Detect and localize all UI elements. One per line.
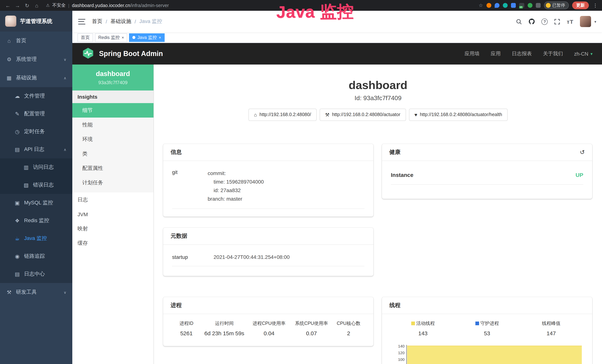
locale-label: zh-CN (574, 51, 588, 57)
process-card: 进程 进程ID 5261 运行时间 (163, 297, 373, 346)
sidebar-item-label: MySQL 监控 (24, 200, 53, 206)
cards-right-column: 健康 ↺ Instance UP (382, 144, 592, 364)
sba-nav-applications[interactable]: 应用 (491, 50, 501, 57)
metadata-card-title: 元数据 (163, 227, 373, 245)
sidebar-item-home[interactable]: ⌂ 首页 (0, 32, 72, 50)
extensions-puzzle-icon[interactable] (536, 3, 540, 8)
extension-on-badge-icon[interactable]: on (519, 3, 524, 8)
chevron-down-icon: ∨ (64, 57, 66, 61)
sidebar-item-log-center[interactable]: ▤ 日志中心 (0, 265, 72, 283)
sba-brand[interactable]: Spring Boot Admin (99, 50, 163, 58)
back-icon[interactable]: ← (4, 2, 12, 8)
forward-icon[interactable]: → (13, 2, 22, 8)
sba-nav-about[interactable]: 关于我们 (543, 50, 563, 57)
active-threads-swatch (411, 321, 415, 325)
user-avatar[interactable] (580, 16, 591, 27)
threads-active-col: 活动线程 143 (391, 320, 455, 336)
browser-menu-icon[interactable]: ⋮ (592, 3, 599, 8)
annotation-java-monitor: Java 监控 (276, 0, 354, 23)
extension-grid-icon[interactable] (511, 3, 516, 8)
reload-icon[interactable]: ↻ (23, 2, 31, 8)
sidebar-item-infrastructure[interactable]: ▦ 基础设施 ∧ (0, 69, 72, 87)
java-icon: ☕ (14, 236, 20, 241)
threads-peak-col: 线程峰值 147 (519, 320, 583, 336)
process-col-uptime: 运行时间 6d 23h 15m 59s (201, 320, 248, 336)
sba-logo-icon (82, 47, 94, 61)
sidebar-item-label: 基础设施 (16, 75, 37, 81)
locale-selector[interactable]: zh-CN ▾ (574, 51, 592, 57)
sba-nav-journal[interactable]: 日志报表 (512, 50, 532, 57)
sba-menu-caches[interactable]: 缓存 (72, 236, 153, 250)
tab-java-monitor[interactable]: Java 监控 × (129, 33, 164, 42)
sidebar-item-access-logs[interactable]: ▥ 访问日志 (0, 158, 72, 176)
tab-redis-monitor[interactable]: Redis 监控 × (95, 33, 127, 42)
extension-drop-icon[interactable] (494, 3, 499, 8)
health-url-button[interactable]: ♥ http://192.168.0.2:48080/actuator/heal… (409, 108, 508, 121)
instance-header[interactable]: dashboard 93a3fc7f7409 (72, 64, 153, 90)
sidebar-item-api-logs[interactable]: ▤ API 日志 ∧ (0, 140, 72, 158)
sba-nav-wall[interactable]: 应用墙 (464, 50, 479, 57)
sba-menu-mappings[interactable]: 映射 (72, 221, 153, 236)
actuator-url-button[interactable]: ⚒ http://192.168.0.2:48080/actuator (320, 108, 406, 121)
sidebar-item-dev-tools[interactable]: ⚒ 研发工具 ∨ (0, 283, 72, 301)
sba-menu-environment[interactable]: 环境 (72, 132, 153, 147)
app-logo (5, 16, 16, 27)
not-secure-label[interactable]: 不安全 (52, 2, 66, 9)
process-col-system-cpu: 系统CPU使用率 0.07 (290, 320, 333, 336)
document-icon: ▧ (23, 182, 29, 188)
process-col-value: 0.04 (250, 330, 288, 336)
extension-green-icon[interactable] (527, 3, 532, 8)
sba-menu-scheduled-tasks[interactable]: 计划任务 (72, 175, 153, 190)
sba-menu-classes[interactable]: 类 (72, 147, 153, 161)
profile-paused-chip[interactable]: 已暂停 (544, 1, 569, 9)
sidebar-item-error-logs[interactable]: ▧ 错误日志 (0, 176, 72, 194)
help-icon[interactable]: ? (542, 18, 548, 25)
sidebar-item-system-management[interactable]: ⚙ 系统管理 ∨ (0, 50, 72, 69)
bookmark-star-icon[interactable]: ☆ (479, 3, 483, 8)
sidebar-item-scheduled-tasks[interactable]: ◷ 定时任务 (0, 123, 72, 140)
sidebar-item-mysql-monitor[interactable]: ▣ MySQL 监控 (0, 194, 72, 212)
service-url-button[interactable]: ⌂ http://192.168.0.2:48080/ (248, 108, 317, 121)
sba-menu-details[interactable]: 细节 (72, 103, 153, 118)
sidebar-item-label: 研发工具 (16, 289, 37, 296)
sidebar-item-config-management[interactable]: ✎ 配置管理 (0, 105, 72, 123)
on-badge-label: on (519, 6, 523, 9)
tab-home[interactable]: 首页 (77, 33, 93, 42)
breadcrumb-home[interactable]: 首页 (92, 18, 102, 25)
sidebar-item-java-monitor[interactable]: ☕ Java 监控 (0, 230, 72, 247)
tab-close-icon[interactable]: × (122, 35, 124, 40)
process-table: 进程ID 5261 运行时间 6d 23h 15m 59s (172, 318, 365, 338)
avatar-caret-icon[interactable]: ▾ (594, 20, 596, 23)
address-bar[interactable]: ⚠ 不安全 | dashboard.yudao.iocoder.cn/infra… (46, 2, 477, 9)
url-text[interactable]: dashboard.yudao.iocoder.cn/infra/admin-s… (72, 3, 169, 8)
sba-menu-config-props[interactable]: 配置属性 (72, 161, 153, 175)
process-col-label: 运行时间 (203, 320, 246, 327)
sidebar-item-link-tracing[interactable]: ◉ 链路追踪 (0, 247, 72, 265)
sba-menu-jvm[interactable]: JVM (72, 207, 153, 221)
sba-menu-logs[interactable]: 日志 (72, 193, 153, 207)
chevron-up-icon: ∧ (64, 147, 66, 151)
sba-content: dashboard Id: 93a3fc7f7409 ⌂ http://192.… (154, 64, 602, 364)
health-history-icon[interactable]: ↺ (580, 149, 585, 156)
sba-menu-performance[interactable]: 性能 (72, 118, 153, 132)
search-icon[interactable] (516, 18, 522, 25)
metadata-row-value: 2021-04-27T00:44:31.254+08:00 (214, 254, 290, 260)
extension-orange-icon[interactable] (486, 3, 491, 8)
browser-home-icon[interactable]: ⌂ (33, 2, 41, 8)
fullscreen-icon[interactable] (554, 18, 560, 25)
font-size-icon[interactable]: тT (567, 18, 574, 25)
peak-threads-label: 线程峰值 (542, 320, 560, 327)
git-id-line: id: 27aa832 (208, 186, 264, 194)
sidebar-item-label: 首页 (16, 37, 26, 44)
app-logo-row[interactable]: 芋道管理系统 (0, 11, 72, 32)
tab-close-icon[interactable]: × (159, 35, 161, 40)
sidebar-item-redis-monitor[interactable]: ❖ Redis 监控 (0, 212, 72, 230)
sidebar-item-file-management[interactable]: ☁ 文件管理 (0, 87, 72, 105)
extension-teal-icon[interactable] (503, 3, 507, 8)
hamburger-icon[interactable] (78, 19, 85, 24)
browser-update-button[interactable]: 更新 (572, 1, 589, 9)
breadcrumb-infrastructure[interactable]: 基础设施 (110, 18, 131, 25)
metadata-row: startup 2021-04-27T00:44:31.254+08:00 (172, 248, 365, 266)
github-icon[interactable] (528, 18, 535, 25)
log-icon: ▤ (14, 147, 20, 152)
